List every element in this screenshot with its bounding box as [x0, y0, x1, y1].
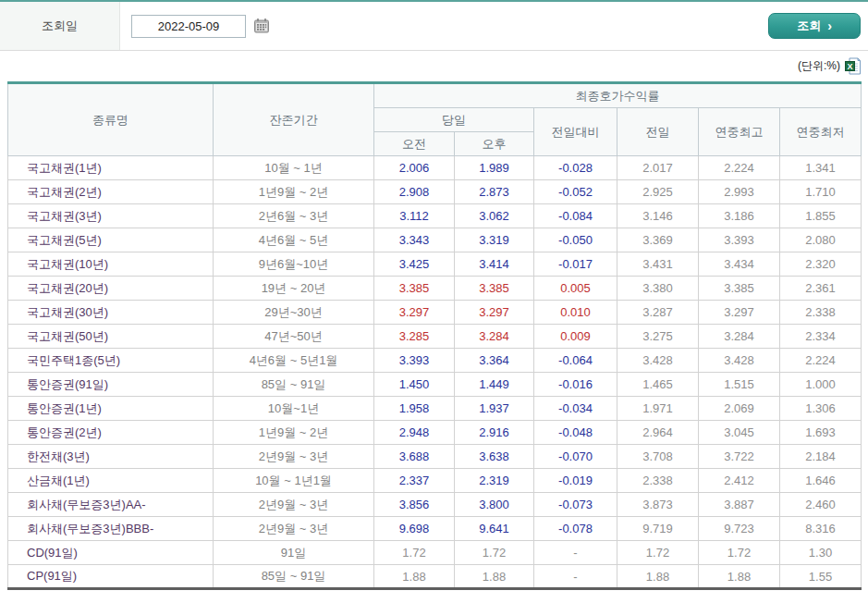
cell-prev: 3.146: [617, 204, 699, 228]
cell-change: -0.019: [534, 469, 617, 493]
cell-pm: 2.873: [455, 180, 534, 204]
cell-name: 통안증권(2년): [8, 421, 214, 445]
cell-change: -0.052: [534, 180, 617, 204]
cell-year-high: 9.723: [699, 517, 780, 541]
cell-change: -0.070: [534, 445, 617, 469]
cell-year-high: 2.069: [699, 397, 780, 421]
search-button[interactable]: 조회 ›: [768, 13, 861, 39]
cell-prev: 1.72: [617, 541, 699, 565]
cell-am: 3.688: [374, 445, 455, 469]
cell-year-high: 3.284: [699, 325, 780, 349]
cell-change: -: [534, 541, 617, 565]
cell-am: 3.856: [374, 493, 455, 517]
date-input[interactable]: [131, 15, 246, 38]
cell-year-low: 1.000: [780, 373, 862, 397]
cell-am: 3.343: [374, 228, 455, 252]
header-group-today: 당일: [374, 108, 534, 132]
cell-period: 2년6월 ~ 3년: [214, 204, 374, 228]
cell-name: 한전채(3년): [8, 445, 214, 469]
cell-change: -0.078: [534, 517, 617, 541]
cell-year-high: 3.887: [699, 493, 780, 517]
cell-pm: 2.916: [455, 421, 534, 445]
cell-am: 3.385: [374, 277, 455, 301]
cell-change: -: [534, 565, 617, 589]
unit-row: (단위:%) X: [0, 51, 868, 81]
cell-am: 1.72: [374, 541, 455, 565]
cell-name: 국고채권(3년): [8, 204, 214, 228]
cell-change: 0.010: [534, 301, 617, 325]
cell-period: 2년9월 ~ 3년: [214, 493, 374, 517]
cell-year-high: 1.72: [699, 541, 780, 565]
cell-prev: 3.428: [617, 349, 699, 373]
cell-change: -0.050: [534, 228, 617, 252]
cell-am: 3.112: [374, 204, 455, 228]
cell-name: 국고채권(10년): [8, 252, 214, 277]
cell-am: 2.337: [374, 469, 455, 493]
yield-table: 종류명 잔존기간 최종호가수익률 당일 전일대비 전일 연중최고 연중최저 오전…: [7, 81, 862, 590]
cell-year-low: 2.338: [780, 301, 862, 325]
cell-pm: 3.284: [455, 325, 534, 349]
table-row: 한전채(3년)2년9월 ~ 3년3.6883.638-0.0703.7083.7…: [8, 445, 862, 469]
cell-pm: 1.937: [455, 397, 534, 421]
table-row: 국고채권(5년)4년6월 ~ 5년3.3433.319-0.0503.3693.…: [8, 228, 862, 252]
cell-am: 3.393: [374, 349, 455, 373]
cell-year-high: 3.186: [699, 204, 780, 228]
cell-pm: 3.319: [455, 228, 534, 252]
chevron-right-icon: ›: [827, 18, 832, 33]
search-button-label: 조회: [797, 18, 821, 34]
cell-prev: 2.017: [617, 156, 699, 180]
cell-prev: 1.465: [617, 373, 699, 397]
cell-name: 회사채(무보증3년)AA-: [8, 493, 214, 517]
cell-year-high: 3.045: [699, 421, 780, 445]
cell-name: 국고채권(50년): [8, 325, 214, 349]
cell-name: 국고채권(20년): [8, 277, 214, 301]
cell-pm: 3.364: [455, 349, 534, 373]
cell-am: 3.285: [374, 325, 455, 349]
excel-export-icon[interactable]: X: [845, 57, 861, 75]
cell-am: 1.450: [374, 373, 455, 397]
cell-year-low: 1.855: [780, 204, 862, 228]
cell-prev: 2.925: [617, 180, 699, 204]
cell-period: 1년9월 ~ 2년: [214, 180, 374, 204]
query-input-area: [120, 2, 768, 50]
cell-name: 통안증권(91일): [8, 373, 214, 397]
cell-period: 4년6월 ~ 5년1월: [214, 349, 374, 373]
cell-name: 국민주택1종(5년): [8, 349, 214, 373]
cell-change: -0.034: [534, 397, 617, 421]
cell-pm: 1.449: [455, 373, 534, 397]
table-row: 통안증권(91일)85일 ~ 91일1.4501.449-0.0161.4651…: [8, 373, 862, 397]
cell-period: 19년 ~ 20년: [214, 277, 374, 301]
table-row: 국고채권(20년)19년 ~ 20년3.3853.3850.0053.3803.…: [8, 277, 862, 301]
table-row: 통안증권(2년)1년9월 ~ 2년2.9482.916-0.0482.9643.…: [8, 421, 862, 445]
cell-change: -0.048: [534, 421, 617, 445]
cell-prev: 1.88: [617, 565, 699, 589]
cell-pm: 9.641: [455, 517, 534, 541]
cell-year-low: 1.306: [780, 397, 862, 421]
calendar-icon: [253, 23, 270, 37]
header-year-high: 연중최고: [699, 108, 780, 156]
cell-prev: 2.338: [617, 469, 699, 493]
cell-prev: 3.275: [617, 325, 699, 349]
table-row: 국고채권(1년)10월 ~ 1년2.0061.989-0.0282.0172.2…: [8, 156, 862, 180]
cell-period: 1년9월 ~ 2년: [214, 421, 374, 445]
table-row: 국고채권(10년)9년6월~10년3.4253.414-0.0173.4313.…: [8, 252, 862, 277]
cell-prev: 2.964: [617, 421, 699, 445]
query-bar: 조회일 조회 ›: [0, 0, 868, 51]
cell-change: -0.064: [534, 349, 617, 373]
table-row: CP(91일)85일 ~ 91일1.881.88-1.881.881.55: [8, 565, 862, 589]
cell-name: 국고채권(5년): [8, 228, 214, 252]
cell-year-low: 2.080: [780, 228, 862, 252]
cell-year-low: 1.646: [780, 469, 862, 493]
cell-year-high: 3.297: [699, 301, 780, 325]
table-row: 산금채(1년)10월 ~ 1년1월2.3372.319-0.0192.3382.…: [8, 469, 862, 493]
cell-year-low: 2.334: [780, 325, 862, 349]
cell-am: 2.908: [374, 180, 455, 204]
header-period: 잔존기간: [214, 83, 374, 156]
cell-prev: 1.971: [617, 397, 699, 421]
header-am: 오전: [374, 132, 455, 156]
cell-year-high: 1.515: [699, 373, 780, 397]
cell-am: 2.948: [374, 421, 455, 445]
calendar-button[interactable]: [253, 18, 270, 34]
cell-prev: 3.380: [617, 277, 699, 301]
cell-year-low: 2.224: [780, 349, 862, 373]
